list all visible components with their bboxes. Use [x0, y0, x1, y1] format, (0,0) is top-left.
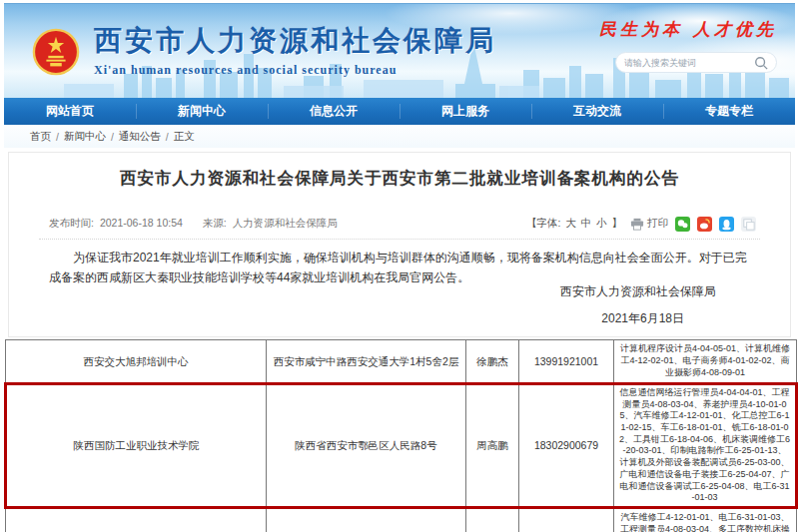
phone-cell: 18302900679: [519, 384, 614, 508]
source-label: 来源:: [203, 217, 227, 231]
meta-left: 发布时间: 2021-06-18 10:54 来源: 人力资源和社会保障局: [49, 217, 338, 231]
institutions-table-body: 西安交大旭邦培训中心西安市咸宁中路西安交通大学1村5舍2层徐鹏杰13991921…: [6, 340, 797, 532]
article-date: 2021年6月18日: [601, 310, 684, 327]
nav-item[interactable]: 网上服务: [400, 98, 531, 125]
breadcrumb: 首页/新闻中心/通知公告/正文: [4, 125, 795, 148]
contact-cell: 高奇: [466, 507, 519, 532]
page-title: 西安市人力资源和社会保障局关于西安市第二批就业培训备案机构的公告: [9, 168, 790, 190]
article-signature: 西安市人力资源和社会保障局: [560, 283, 716, 300]
institutions-table: 西安交大旭邦培训中心西安市咸宁中路西安交通大学1村5舍2层徐鹏杰13991921…: [4, 339, 798, 532]
meta-divider: [39, 239, 760, 240]
institution-name-cell: 陕西国防工业职业技术学院: [6, 384, 267, 508]
font-control-suffix: 】: [612, 217, 623, 229]
national-emblem-icon: [32, 28, 80, 76]
font-size-medium-button[interactable]: 中: [581, 217, 592, 229]
article-panel: 西安市人力资源和社会保障局关于西安市第二批就业培训备案机构的公告 发布时间: 2…: [8, 152, 791, 337]
more-share-icon[interactable]: [741, 217, 756, 232]
nav-item[interactable]: 网站首页: [4, 98, 136, 125]
breadcrumb-item[interactable]: 新闻中心: [64, 130, 106, 144]
table-row-highlighted: 陕西国防工业职业技术学院陕西省西安市鄠邑区人民路8号周高鹏18302900679…: [6, 384, 797, 508]
publish-label: 发布时间:: [49, 217, 94, 231]
address-cell: 陕西省西安市临潼区秦王一路1号: [267, 507, 466, 532]
contact-cell: 徐鹏杰: [466, 340, 519, 384]
search-input[interactable]: [624, 58, 754, 68]
meta-right: 【字体: 大 中 小 】 打印: [525, 217, 756, 232]
breadcrumb-item[interactable]: 正文: [174, 130, 195, 144]
print-label: 打印: [647, 217, 668, 231]
search-icon[interactable]: [754, 56, 768, 70]
font-control-prefix: 【字体:: [526, 217, 560, 229]
publish-time: 2021-06-18 10:54: [100, 217, 183, 231]
search-box: [615, 52, 777, 73]
breadcrumb-item[interactable]: 通知公告: [119, 130, 161, 144]
source-value: 人力资源和社会保障局: [233, 217, 338, 231]
occupations-cell: 汽车维修工4-12-01-01、电工6-31-01-03、工程测量员4-08-0…: [614, 507, 797, 532]
table-row: 西安汽车职业大学陕西省西安市临潼区秦王一路1号高奇15029296565汽车维修…: [6, 507, 797, 532]
nav-item[interactable]: 新闻中心: [136, 98, 268, 125]
phone-cell: 13991921001: [519, 340, 614, 384]
table-row: 西安交大旭邦培训中心西安市咸宁中路西安交通大学1村5舍2层徐鹏杰13991921…: [6, 340, 797, 384]
address-cell: 西安市咸宁中路西安交通大学1村5舍2层: [267, 340, 466, 384]
breadcrumb-separator: /: [56, 131, 59, 143]
institution-name-cell: 西安交大旭邦培训中心: [6, 340, 267, 384]
nav-item[interactable]: 专题专栏: [663, 98, 795, 125]
article-body: 为保证我市2021年就业培训工作顺利实施，确保培训机构与培训群体的沟通顺畅，现将…: [49, 249, 752, 288]
qq-share-icon[interactable]: [719, 217, 734, 232]
font-size-large-button[interactable]: 大: [565, 217, 576, 229]
main-nav: 网站首页新闻中心信息公开网上服务互动交流专题专栏: [4, 98, 795, 125]
institution-name-cell: 西安汽车职业大学: [6, 507, 267, 532]
nav-item[interactable]: 信息公开: [268, 98, 400, 125]
breadcrumb-item[interactable]: 首页: [30, 130, 51, 144]
breadcrumb-separator: /: [166, 131, 169, 143]
breadcrumb-separator: /: [111, 131, 114, 143]
font-size-small-button[interactable]: 小: [596, 217, 607, 229]
site-title: 西安市人力资源和社会保障局: [94, 22, 496, 60]
phone-cell: 15029296565: [519, 507, 614, 532]
site-logo[interactable]: 西安市人力资源和社会保障局 Xi'an human resources and …: [32, 22, 496, 78]
page: 西安市人力资源和社会保障局 Xi'an human resources and …: [0, 0, 799, 532]
occupations-cell: 计算机程序设计员4-04-05-01、计算机维修工4-12-02-01、电子商务…: [614, 340, 797, 384]
site-subtitle: Xi'an human resources and social securit…: [94, 63, 496, 78]
address-cell: 陕西省西安市鄠邑区人民路8号: [267, 384, 466, 508]
print-button[interactable]: 打印: [630, 217, 668, 231]
slogan-text: 民生为本 人才优先: [599, 18, 777, 41]
font-size-control: 【字体: 大 中 小 】: [525, 217, 623, 231]
weibo-share-icon[interactable]: [697, 217, 712, 232]
contact-cell: 周高鹏: [466, 384, 519, 508]
nav-item[interactable]: 互动交流: [531, 98, 663, 125]
article-meta: 发布时间: 2021-06-18 10:54 来源: 人力资源和社会保障局 【字…: [49, 215, 756, 233]
printer-icon: [630, 218, 644, 231]
site-banner: 西安市人力资源和社会保障局 Xi'an human resources and …: [4, 3, 795, 98]
wechat-share-icon[interactable]: [675, 217, 690, 232]
occupations-cell: 信息通信网络运行管理员4-04-04-01、工程测量员4-08-03-04、养老…: [614, 384, 797, 508]
